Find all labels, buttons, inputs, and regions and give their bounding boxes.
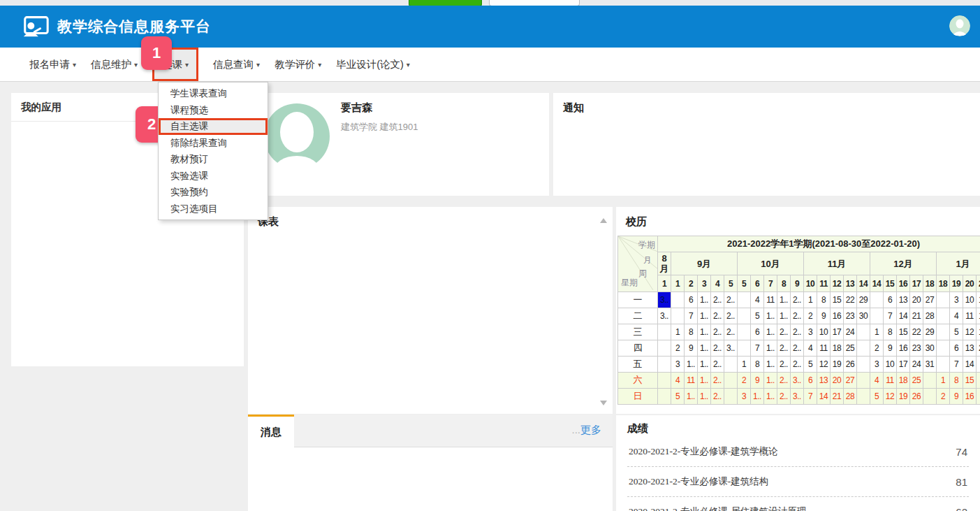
nav-item-5[interactable]: 毕业设计(论文)▾ (336, 48, 410, 81)
calendar-week-number: 16 (897, 275, 910, 292)
messages-panel: 消息 ...更多 (248, 415, 613, 511)
calendar-date-cell: 18 (831, 340, 844, 357)
calendar-date-cell: 1.. (764, 324, 777, 340)
calendar-date-cell: 4 (950, 308, 963, 324)
calendar-date-cell: 2.. (791, 357, 804, 373)
calendar-date-cell: 1.. (698, 292, 711, 308)
calendar-date-cell (857, 324, 870, 340)
calendar-date-cell: 7 (804, 389, 817, 405)
calendar-date-cell: 2 (804, 308, 817, 324)
calendar-date-cell: 10 (884, 357, 897, 373)
calendar-date-cell: 3.. (791, 389, 804, 405)
calendar-date-cell: 2 (738, 373, 751, 389)
calendar-date-cell (738, 308, 751, 324)
tab-messages[interactable]: 消息 (248, 415, 294, 447)
calendar-date-cell (870, 292, 884, 308)
menu-item-1[interactable]: 课程预选 (159, 102, 268, 119)
calendar-month-header: 8月 (658, 252, 671, 275)
calendar-date-cell: 28 (923, 308, 937, 324)
calendar-date-cell: 8 (685, 324, 698, 340)
calendar-date-cell: 20 (831, 373, 844, 389)
calendar-date-cell: 1 (804, 292, 817, 308)
calendar-week-number: 12 (831, 275, 844, 292)
calendar-date-cell: 2.. (711, 292, 724, 308)
calendar-date-cell: 1.. (764, 308, 777, 324)
menu-item-5[interactable]: 实验选课 (159, 168, 268, 185)
school-calendar-panel: 校历 学期月周星期2021-2022学年1学期(2021-08-30至2022-… (616, 207, 980, 414)
calendar-date-cell (724, 373, 738, 389)
calendar-date-cell: 6 (751, 324, 764, 340)
calendar-date-cell (658, 324, 671, 340)
calendar-date-cell: 17 (897, 357, 910, 373)
calendar-date-cell: 3 (870, 357, 884, 373)
calendar-date-cell: 2.. (777, 373, 791, 389)
chevron-down-icon: ▾ (73, 61, 76, 69)
grade-score: 62 (956, 506, 967, 511)
calendar-date-cell: 10 (963, 292, 977, 308)
menu-item-4[interactable]: 教材预订 (159, 151, 268, 168)
chevron-down-icon: ▾ (407, 61, 410, 69)
grade-row-0: 2020-2021-2-专业必修课-建筑学概论74 (627, 437, 969, 467)
calendar-date-cell: 23 (844, 308, 857, 324)
nav-item-1[interactable]: 信息维护▾ (91, 48, 138, 81)
calendar-date-cell: 10 (817, 324, 831, 340)
calendar-date-cell: 11 (817, 340, 831, 357)
calendar-date-cell: 4 (804, 340, 817, 357)
calendar-date-cell: 6 (950, 340, 963, 357)
calendar-date-cell: 1.. (698, 357, 711, 373)
user-avatar-icon[interactable] (949, 15, 970, 36)
calendar-date-cell: 27 (844, 373, 857, 389)
calendar-date-cell: 1.. (698, 308, 711, 324)
menu-item-6[interactable]: 实验预约 (159, 184, 268, 201)
scroll-down-arrow-icon[interactable] (600, 401, 607, 405)
annotation-step-1: 1 (141, 36, 172, 70)
calendar-date-cell (977, 389, 980, 405)
menu-item-2[interactable]: 自主选课 (159, 118, 268, 135)
grade-course-name: 2020-2021-2-专业必修课-建筑结构 (629, 475, 768, 488)
calendar-date-cell: 1 (937, 373, 950, 389)
calendar-date-cell: 11 (764, 292, 777, 308)
calendar-date-cell: 7 (751, 340, 764, 357)
calendar-date-cell: 2.. (724, 324, 738, 340)
calendar-date-cell: 4 (870, 373, 884, 389)
nav-item-label: 教学评价 (275, 58, 315, 71)
nav-item-0[interactable]: 报名申请▾ (29, 48, 76, 81)
calendar-date-cell: 16 (831, 308, 844, 324)
calendar-date-cell: 12 (963, 324, 977, 340)
calendar-date-cell (671, 292, 685, 308)
student-class: 建筑学院 建筑1901 (341, 121, 418, 134)
calendar-date-cell (724, 357, 738, 373)
nav-item-4[interactable]: 教学评价▾ (275, 48, 321, 81)
calendar-date-cell (658, 357, 671, 373)
menu-item-3[interactable]: 筛除结果查询 (159, 135, 268, 152)
grade-row-1: 2020-2021-2-专业必修课-建筑结构81 (627, 467, 969, 497)
calendar-date-cell: 4 (671, 373, 685, 389)
calendar-date-cell: 7 (884, 308, 897, 324)
schedule-scrollbar[interactable] (598, 217, 609, 407)
grades-list: 2020-2021-2-专业必修课-建筑学概论742020-2021-2-专业必… (627, 437, 969, 511)
more-link[interactable]: ...更多 (571, 424, 601, 437)
calendar-week-number: 14 (870, 275, 884, 292)
calendar-week-number: 1 (671, 275, 685, 292)
calendar-date-cell: 15 (963, 373, 977, 389)
grade-row-2: 2020-2021-2-专业必修课-居住建筑设计原理62 (627, 497, 969, 511)
calendar-date-cell: 1.. (698, 340, 711, 357)
calendar-date-cell (857, 373, 870, 389)
calendar-date-cell: 2.. (711, 340, 724, 357)
scroll-up-arrow-icon[interactable] (600, 218, 607, 223)
calendar-title: 校历 (616, 207, 980, 229)
menu-item-7[interactable]: 实习选项目 (159, 201, 268, 217)
calendar-date-cell: 1.. (764, 340, 777, 357)
calendar-date-cell (937, 308, 950, 324)
calendar-date-cell: 1.. (751, 389, 764, 405)
calendar-date-cell: 7 (950, 357, 963, 373)
menu-item-0[interactable]: 学生课表查询 (159, 85, 268, 102)
school-calendar-table: 学期月周星期2021-2022学年1学期(2021-08-30至2022-01-… (617, 236, 980, 405)
nav-item-3[interactable]: 信息查询▾ (213, 48, 260, 81)
schedule-panel: 课表 (248, 207, 613, 414)
calendar-week-number: 13 (844, 275, 857, 292)
calendar-date-cell: 28 (844, 389, 857, 405)
calendar-date-cell: 11 (685, 373, 698, 389)
calendar-date-cell: 9 (884, 340, 897, 357)
calendar-semester-title: 2021-2022学年1学期(2021-08-30至2022-01-20) (658, 236, 980, 252)
